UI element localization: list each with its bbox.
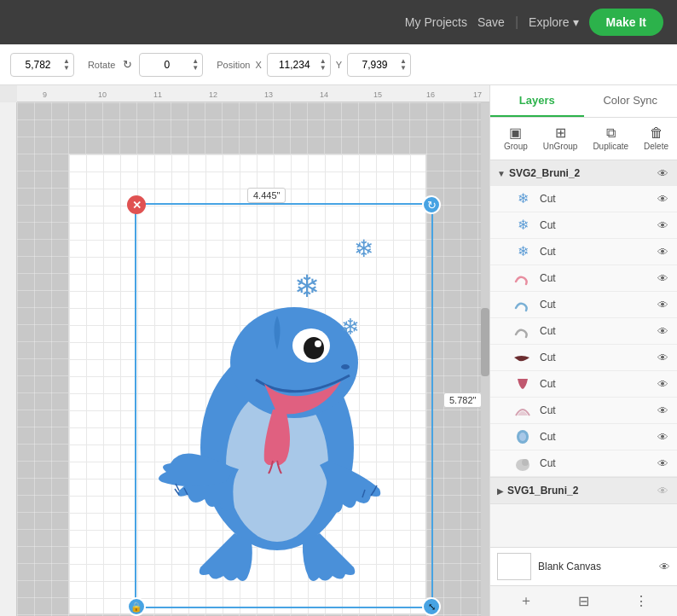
save-button[interactable]: Save <box>477 15 505 29</box>
make-it-button[interactable]: Make It <box>589 9 663 36</box>
layer-item-7[interactable]: Cut 👁 <box>490 345 677 371</box>
layer-group-svg2-eye[interactable]: 👁 <box>655 166 670 181</box>
rotate-group: Rotate ↻ ▲ ▼ <box>88 53 203 77</box>
canvas-area[interactable]: 9 10 11 12 13 14 15 16 17 4.445" 5.782" <box>0 85 489 616</box>
rotate-handle-icon: ↻ <box>427 199 437 212</box>
layer-item-8[interactable]: Cut 👁 <box>490 371 677 398</box>
resize-icon: ⤡ <box>428 601 436 613</box>
rotate-icon: ↻ <box>120 58 134 72</box>
layer-eye-3[interactable]: 👁 <box>655 244 670 259</box>
ruler-mark: 15 <box>373 90 382 99</box>
layer-eye-2[interactable]: 👁 <box>655 218 670 233</box>
rotate-down-btn[interactable]: ▼ <box>192 65 199 72</box>
tab-color-sync[interactable]: Color Sync <box>584 85 678 117</box>
x-down-btn[interactable]: ▼ <box>320 65 327 72</box>
layer-item-6[interactable]: Cut 👁 <box>490 318 677 345</box>
explore-button[interactable]: Explore ▾ <box>529 15 578 29</box>
my-projects-link[interactable]: My Projects <box>405 15 467 29</box>
position-label: Position <box>217 60 250 70</box>
layer-item-5[interactable]: Cut 👁 <box>490 292 677 318</box>
layer-group-svg1-name: SVG1_Bruni_2 <box>507 485 651 497</box>
layer-eye-9[interactable]: 👁 <box>655 403 670 418</box>
align-button[interactable]: ⊟ <box>571 590 596 613</box>
width-stepper: ▲ ▼ <box>63 58 70 72</box>
dimension-top: 4.445" <box>247 188 286 203</box>
layer-item-9[interactable]: Cut 👁 <box>490 398 677 424</box>
tab-layers[interactable]: Layers <box>490 85 584 117</box>
ungroup-button[interactable]: ⊞ UnGroup <box>536 123 585 154</box>
y-down-btn[interactable]: ▼ <box>400 65 407 72</box>
layer-eye-6[interactable]: 👁 <box>655 323 670 339</box>
layer-thumb-10 <box>511 427 535 446</box>
arrange-button[interactable]: ⋮ <box>628 590 655 613</box>
ruler-mark: 10 <box>98 90 107 99</box>
layer-eye-5[interactable]: 👁 <box>655 297 670 312</box>
expand-arrow-icon: ▼ <box>497 169 506 178</box>
layer-group-svg1-header[interactable]: ▶ SVG1_Bruni_2 👁 <box>490 478 677 503</box>
layer-item-3[interactable]: ❄ Cut 👁 <box>490 239 677 265</box>
trash-icon: 🗑 <box>650 126 663 140</box>
vertical-scrollbar[interactable] <box>481 102 489 616</box>
layer-thumb-9 <box>511 401 535 420</box>
canvas-thumbnail <box>497 553 531 580</box>
y-input-wrap: ▲ ▼ <box>347 53 411 77</box>
bottom-canvas-panel: Blank Canvas 👁 <box>490 547 677 585</box>
layer-eye-4[interactable]: 👁 <box>655 270 670 286</box>
scrollbar-thumb[interactable] <box>481 308 489 376</box>
svg-point-11 <box>519 433 526 441</box>
layer-name-10: Cut <box>540 431 650 443</box>
group-button[interactable]: ▣ Group <box>497 123 535 154</box>
layer-group-svg1-eye[interactable]: 👁 <box>655 483 670 498</box>
layer-group-svg2: ▼ SVG2_Bruni_2 👁 ❄ Cut 👁 ❄ <box>490 160 677 478</box>
ungroup-label: UnGroup <box>543 142 578 151</box>
duplicate-button[interactable]: ⧉ Duplicate <box>586 123 635 154</box>
ruler-horizontal: 9 10 11 12 13 14 15 16 17 <box>17 85 489 102</box>
width-down-btn[interactable]: ▼ <box>63 65 70 72</box>
position-group: Position X ▲ ▼ Y ▲ ▼ <box>217 53 411 77</box>
workspace[interactable]: 4.445" 5.782" <box>17 102 481 616</box>
layer-thumb-7 <box>511 348 535 367</box>
svg-text:❄: ❄ <box>518 191 529 206</box>
nav-divider: | <box>515 15 518 30</box>
width-input[interactable] <box>14 59 61 71</box>
layer-name-3: Cut <box>540 246 650 258</box>
layer-name-8: Cut <box>540 378 650 390</box>
top-nav: My Projects Save | Explore ▾ Make It <box>0 0 677 44</box>
layer-eye-1[interactable]: 👁 <box>655 191 670 206</box>
layer-eye-7[interactable]: 👁 <box>655 350 670 365</box>
panel-tabs: Layers Color Sync <box>490 85 677 118</box>
x-input-wrap: ▲ ▼ <box>267 53 331 77</box>
canvas-eye[interactable]: 👁 <box>659 561 670 573</box>
layer-thumb-3: ❄ <box>511 242 535 261</box>
rotate-stepper: ▲ ▼ <box>192 58 199 72</box>
layer-eye-11[interactable]: 👁 <box>655 456 670 471</box>
rotate-input[interactable] <box>143 59 190 71</box>
panel-toolbar: ▣ Group ⊞ UnGroup ⧉ Duplicate 🗑 Delete <box>490 118 677 160</box>
ruler-mark: 14 <box>320 90 328 99</box>
svg-point-4 <box>304 337 324 359</box>
layer-item-4[interactable]: Cut 👁 <box>490 265 677 292</box>
x-stepper: ▲ ▼ <box>320 58 327 72</box>
layer-thumb-4 <box>511 269 535 288</box>
duplicate-label: Duplicate <box>593 142 628 151</box>
layer-item-2[interactable]: ❄ Cut 👁 <box>490 212 677 239</box>
ruler-mark: 16 <box>426 90 435 99</box>
y-label: Y <box>336 60 342 70</box>
collapse-arrow-icon: ▶ <box>497 486 504 496</box>
delete-button[interactable]: 🗑 Delete <box>637 123 675 154</box>
layer-eye-10[interactable]: 👁 <box>655 429 670 445</box>
layer-group-svg2-header[interactable]: ▼ SVG2_Bruni_2 👁 <box>490 160 677 186</box>
layer-eye-8[interactable]: 👁 <box>655 376 670 392</box>
add-layer-button[interactable]: ＋ <box>512 589 540 613</box>
layer-item-10[interactable]: Cut 👁 <box>490 424 677 450</box>
rotate-label: Rotate <box>88 60 115 70</box>
y-input[interactable] <box>351 59 398 71</box>
ruler-vertical <box>0 102 17 616</box>
x-input[interactable] <box>271 59 318 71</box>
layer-item-1[interactable]: ❄ Cut 👁 <box>490 186 677 212</box>
layer-item-11[interactable]: Cut 👁 <box>490 450 677 477</box>
dimension-right: 5.782" <box>443 392 482 408</box>
y-stepper: ▲ ▼ <box>400 58 407 72</box>
svg-text:❄: ❄ <box>518 244 529 259</box>
layer-name-9: Cut <box>540 404 650 416</box>
